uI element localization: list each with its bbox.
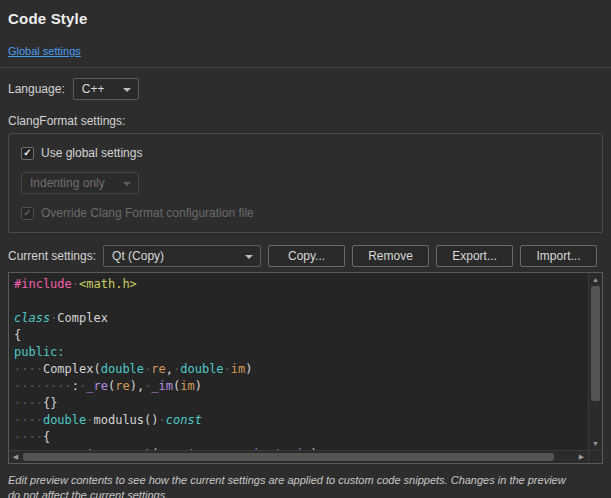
checkbox-checked-icon: ✓ bbox=[21, 147, 34, 160]
code-line: ····Complex(double·re,·double·im) bbox=[14, 361, 588, 378]
horizontal-scrollbar-track[interactable] bbox=[22, 451, 575, 463]
clangformat-group-label: ClangFormat settings: bbox=[8, 114, 603, 128]
code-area[interactable]: #include·<math.h>class·Complex{public:··… bbox=[9, 273, 588, 450]
code-token: ········ bbox=[14, 379, 72, 393]
code-token: double bbox=[43, 413, 86, 427]
code-token: ) bbox=[245, 362, 252, 376]
code-token: public bbox=[14, 345, 57, 359]
page-title: Code Style bbox=[8, 10, 603, 27]
code-token: : bbox=[72, 379, 79, 393]
scroll-down-icon[interactable]: ▼ bbox=[589, 437, 602, 450]
code-token: const bbox=[166, 413, 202, 427]
code-token: im bbox=[231, 362, 245, 376]
indenting-mode-select: Indenting only bbox=[21, 172, 139, 194]
code-line: class·Complex bbox=[14, 310, 588, 327]
export-button[interactable]: Export... bbox=[436, 245, 513, 267]
horizontal-scrollbar[interactable]: ◀ ▶ bbox=[9, 450, 588, 463]
code-line: public: bbox=[14, 344, 588, 361]
global-settings-link[interactable]: Global settings bbox=[8, 45, 81, 57]
code-token: double bbox=[180, 362, 223, 376]
indenting-mode-value: Indenting only bbox=[30, 176, 105, 190]
code-token: <math.h> bbox=[79, 277, 137, 291]
code-token: {} bbox=[43, 396, 57, 410]
language-select[interactable]: C++ bbox=[73, 78, 139, 100]
code-token: re bbox=[115, 379, 129, 393]
current-settings-select[interactable]: Qt (Copy) bbox=[103, 245, 261, 267]
code-line: ····{} bbox=[14, 395, 588, 412]
current-settings-row: Current settings: Qt (Copy) Copy... Remo… bbox=[8, 245, 603, 267]
code-token: · bbox=[159, 413, 166, 427]
code-line: ········:·_re(re),·_im(im) bbox=[14, 378, 588, 395]
scroll-left-icon[interactable]: ◀ bbox=[9, 451, 22, 463]
remove-button[interactable]: Remove bbox=[352, 245, 429, 267]
chevron-down-icon bbox=[123, 88, 131, 92]
chevron-down-icon bbox=[123, 182, 131, 186]
code-token: ) bbox=[195, 379, 202, 393]
chevron-down-icon bbox=[245, 255, 253, 259]
current-settings-label: Current settings: bbox=[8, 249, 96, 263]
code-token: () bbox=[144, 413, 158, 427]
vertical-scrollbar[interactable]: ▲ ▼ bbox=[588, 273, 602, 450]
code-line: { bbox=[14, 327, 588, 344]
code-style-panel: Code Style Global settings Language: C++… bbox=[0, 0, 611, 498]
code-line bbox=[14, 293, 588, 310]
current-settings-value: Qt (Copy) bbox=[112, 249, 164, 263]
code-token: · bbox=[72, 277, 79, 291]
override-clang-format-checkbox: ✓ Override Clang Format configuration fi… bbox=[21, 206, 590, 220]
clangformat-groupbox: ✓ Use global settings Indenting only ✓ O… bbox=[8, 133, 603, 233]
scrollbar-corner bbox=[588, 450, 602, 463]
code-token: · bbox=[86, 413, 93, 427]
code-line: ····double·modulus()·const bbox=[14, 412, 588, 429]
code-token: , bbox=[166, 362, 173, 376]
code-token: modulus bbox=[94, 413, 145, 427]
code-token: : bbox=[57, 345, 64, 359]
code-preview-editor[interactable]: #include·<math.h>class·Complex{public:··… bbox=[8, 272, 603, 464]
code-token: ···· bbox=[14, 396, 43, 410]
override-clang-format-label: Override Clang Format configuration file bbox=[41, 206, 254, 220]
code-token: ) bbox=[130, 379, 137, 393]
copy-button[interactable]: Copy... bbox=[268, 245, 345, 267]
code-token: #include bbox=[14, 277, 72, 291]
code-token: double bbox=[101, 362, 144, 376]
code-token: Complex bbox=[43, 362, 94, 376]
language-label: Language: bbox=[8, 82, 65, 96]
footer-note-line2: do not affect the current settings. bbox=[8, 488, 603, 498]
code-token: _re bbox=[86, 379, 108, 393]
use-global-settings-checkbox[interactable]: ✓ Use global settings bbox=[21, 146, 590, 160]
code-token: ···· bbox=[14, 430, 43, 444]
code-token: · bbox=[224, 362, 231, 376]
code-token: class bbox=[14, 311, 50, 325]
vertical-scrollbar-thumb[interactable] bbox=[591, 286, 600, 401]
separator bbox=[0, 67, 611, 68]
code-token: _im bbox=[151, 379, 173, 393]
code-line: #include·<math.h> bbox=[14, 276, 588, 293]
code-line: ····{ bbox=[14, 429, 588, 446]
scroll-right-icon[interactable]: ▶ bbox=[575, 451, 588, 463]
code-token: re bbox=[151, 362, 165, 376]
code-token: ( bbox=[93, 362, 100, 376]
horizontal-scrollbar-thumb[interactable] bbox=[23, 453, 554, 461]
code-token: ···· bbox=[14, 413, 43, 427]
checkbox-checked-icon: ✓ bbox=[21, 207, 34, 220]
code-token: im bbox=[180, 379, 194, 393]
footer-note: Edit preview contents to see how the cur… bbox=[8, 473, 603, 498]
code-token: { bbox=[14, 328, 21, 342]
use-global-settings-label: Use global settings bbox=[41, 146, 142, 160]
code-token: ···· bbox=[14, 362, 43, 376]
language-row: Language: C++ bbox=[8, 78, 603, 100]
scroll-up-icon[interactable]: ▲ bbox=[589, 273, 602, 286]
footer-note-line1: Edit preview contents to see how the cur… bbox=[8, 473, 603, 488]
code-token: { bbox=[43, 430, 50, 444]
import-button[interactable]: Import... bbox=[520, 245, 597, 267]
language-value: C++ bbox=[82, 82, 105, 96]
code-token: Complex bbox=[57, 311, 108, 325]
vertical-scrollbar-track[interactable] bbox=[589, 286, 602, 437]
